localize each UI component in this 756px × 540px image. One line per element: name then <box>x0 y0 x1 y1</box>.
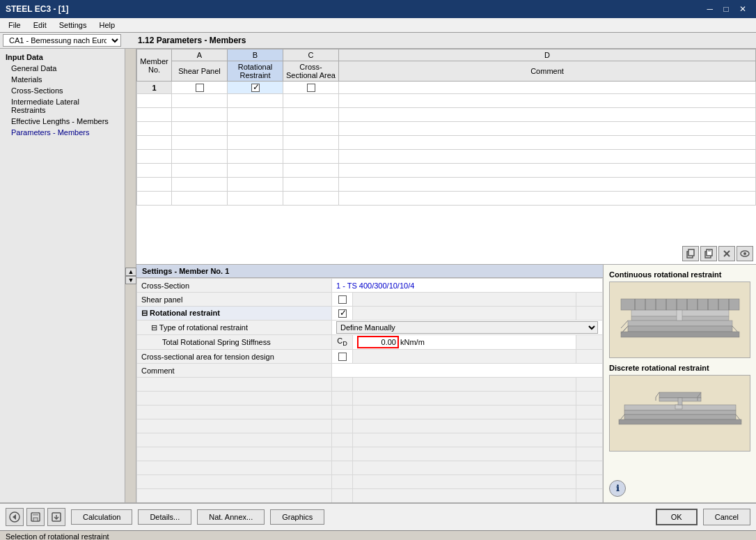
shear-panel-label: Shear panel <box>137 293 332 307</box>
settings-panel: Settings - Member No. 1 Cross-Section 1 … <box>136 265 603 502</box>
table-toolbar <box>682 246 753 261</box>
header-member-no: Member No. <box>137 49 172 82</box>
sidebar: Input Data General Data Materials Cross-… <box>0 49 125 502</box>
discrete-diagram <box>609 375 750 452</box>
ca-bar: CA1 - Bemessung nach Eurococ... 1.12 Par… <box>0 33 756 49</box>
sidebar-item-materials[interactable]: Materials <box>0 74 125 85</box>
header-col-d: D <box>339 49 756 61</box>
graphics-button[interactable]: Graphics <box>270 509 324 525</box>
export-button[interactable] <box>47 508 65 526</box>
menu-edit[interactable]: Edit <box>28 20 52 31</box>
menu-help[interactable]: Help <box>93 20 120 31</box>
ok-button[interactable]: OK <box>656 509 698 525</box>
sidebar-item-intermediate-lateral[interactable]: Intermediate Lateral Restraints <box>0 96 125 116</box>
table-row: 1 <box>137 82 756 94</box>
table-row-empty <box>137 122 756 136</box>
svg-rect-37 <box>624 415 736 419</box>
comment-value-cell[interactable] <box>332 364 603 378</box>
settings-row-type: ⊟ Type of rotational restraint Define Ma… <box>137 321 603 335</box>
sidebar-item-general-data[interactable]: General Data <box>0 63 125 74</box>
svg-rect-33 <box>675 405 682 409</box>
paste-button[interactable] <box>700 246 717 261</box>
svg-rect-23 <box>677 310 682 321</box>
footer-icons <box>6 508 65 526</box>
copy-button[interactable] <box>682 246 699 261</box>
settings-empty-row <box>137 447 603 461</box>
sidebar-item-effective-lengths[interactable]: Effective Lengths - Members <box>0 116 125 127</box>
table-row-empty <box>137 150 756 164</box>
svg-rect-49 <box>33 513 38 516</box>
status-text: Selection of rotational restraint <box>6 532 109 540</box>
header-col-b: B <box>228 49 283 61</box>
table-area: Member No. A B C D Shear Panel Rotationa… <box>136 49 756 265</box>
rotational-value-cell[interactable] <box>332 307 353 321</box>
settings-area: Settings - Member No. 1 Cross-Section 1 … <box>136 265 756 502</box>
ca-select[interactable]: CA1 - Bemessung nach Eurococ... <box>3 34 121 47</box>
content-area: Input Data General Data Materials Cross-… <box>0 49 756 502</box>
window-controls: ─ □ ✕ <box>703 3 750 15</box>
header-col-a: A <box>172 49 228 61</box>
shear-panel-value-cell[interactable] <box>332 293 353 307</box>
close-button[interactable]: ✕ <box>735 3 750 15</box>
cross-sectional-checkbox[interactable] <box>307 84 315 92</box>
discrete-section: Discrete rotational restraint <box>609 364 750 452</box>
comment-label: Comment <box>137 364 332 378</box>
minimize-button[interactable]: ─ <box>703 3 718 15</box>
stiffness-unit: kNm/m <box>400 338 425 346</box>
settings-empty-row <box>137 433 603 447</box>
sidebar-item-cross-sections[interactable]: Cross-Sections <box>0 85 125 96</box>
back-button[interactable] <box>6 508 24 526</box>
settings-table: Cross-Section 1 - TS 400/300/10/10/4 She… <box>136 278 603 502</box>
rotational-settings-checkbox[interactable] <box>338 309 347 318</box>
cell-cross-sectional[interactable] <box>283 82 339 94</box>
settings-row-cross-section: Cross-Section 1 - TS 400/300/10/10/4 <box>137 279 603 293</box>
svg-point-8 <box>743 252 746 255</box>
discrete-title: Discrete rotational restraint <box>609 364 750 372</box>
type-value-cell[interactable]: Define Manually <box>332 321 603 335</box>
status-bar: Selection of rotational restraint <box>0 530 756 540</box>
svg-rect-1 <box>688 249 694 256</box>
header-comment: Comment <box>339 61 756 82</box>
delete-button[interactable] <box>718 246 735 261</box>
action-bar: Calculation Details... Nat. Annex... Gra… <box>0 502 756 530</box>
menu-settings[interactable]: Settings <box>54 20 93 31</box>
settings-title: Settings - Member No. 1 <box>136 265 603 278</box>
sidebar-item-parameters-members[interactable]: Parameters - Members <box>0 127 125 138</box>
settings-row-comment: Comment <box>137 364 603 378</box>
shear-panel-settings-checkbox[interactable] <box>338 295 347 304</box>
cell-rotational[interactable] <box>228 82 283 94</box>
settings-row-stiffness: Total Rotational Spring Stiffness CD kNm… <box>137 335 603 350</box>
cross-section-value: 1 - TS 400/300/10/10/4 <box>332 279 603 293</box>
svg-rect-34 <box>659 392 701 398</box>
maximize-button[interactable]: □ <box>719 3 732 15</box>
table-row-empty <box>137 178 756 192</box>
table-row-empty <box>137 94 756 108</box>
continuous-section: Continuous rotational restraint <box>609 270 750 358</box>
stiffness-label: Total Rotational Spring Stiffness <box>137 335 332 350</box>
header-shear-panel: Shear Panel <box>172 61 228 82</box>
menu-file[interactable]: File <box>3 20 26 31</box>
collapse-icon-type: ⊟ <box>151 323 159 332</box>
table-row-empty <box>137 108 756 122</box>
cell-comment <box>339 82 756 94</box>
continuous-diagram <box>609 281 750 358</box>
cross-area-checkbox[interactable] <box>338 353 347 361</box>
type-dropdown[interactable]: Define Manually <box>336 321 598 334</box>
details-button[interactable]: Details... <box>138 509 191 525</box>
stiffness-value-cell[interactable]: kNm/m <box>353 335 576 350</box>
sidebar-scroll-down[interactable]: ▼ <box>125 276 136 284</box>
sidebar-scroll-up[interactable]: ▲ <box>125 268 136 276</box>
info-button[interactable]: ℹ <box>609 480 626 497</box>
cell-shear-panel[interactable] <box>172 82 228 94</box>
stiffness-input[interactable] <box>357 336 399 348</box>
svg-rect-41 <box>619 419 741 424</box>
calculation-button[interactable]: Calculation <box>71 509 132 525</box>
nat-annex-button[interactable]: Nat. Annex... <box>197 509 265 525</box>
header-rotational-restraint: Rotational Restraint <box>228 61 283 82</box>
cancel-button[interactable]: Cancel <box>703 509 750 525</box>
cross-area-value-cell[interactable] <box>332 350 353 364</box>
rotational-checkbox[interactable] <box>251 84 260 92</box>
view-button[interactable] <box>737 246 753 261</box>
shear-panel-checkbox[interactable] <box>196 84 204 92</box>
save-button[interactable] <box>26 508 45 526</box>
